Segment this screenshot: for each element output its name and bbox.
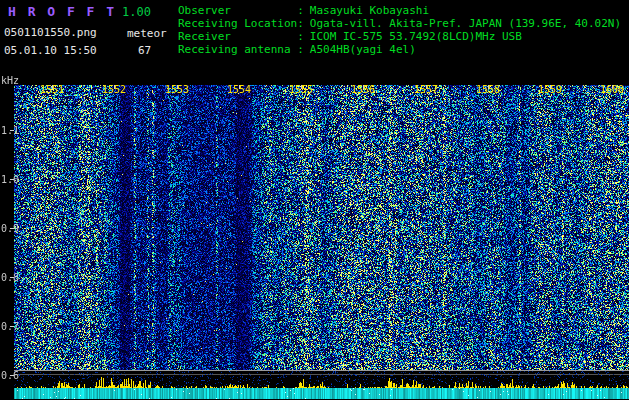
- y-axis-label: 1.0: [1, 174, 19, 185]
- time-label: 1559: [538, 84, 562, 95]
- y-axis-label: 0.7: [1, 321, 19, 332]
- y-axis-label: 0.6: [1, 370, 19, 381]
- info-value: A504HB(yagi 4el): [310, 43, 416, 56]
- info-label: Receiving antenna: [178, 43, 297, 56]
- info-row-location: Receiving Location:Ogata-vill. Akita-Pre…: [178, 17, 621, 30]
- info-row-observer: Observer:Masayuki Kobayashi: [178, 4, 621, 17]
- mode-label: meteor: [127, 27, 167, 40]
- info-label: Observer: [178, 4, 297, 17]
- info-value: Ogata-vill. Akita-Pref. JAPAN (139.96E, …: [310, 17, 621, 30]
- info-colon: :: [297, 43, 304, 56]
- meteor-count: 67: [138, 44, 151, 57]
- time-label: 1558: [476, 84, 500, 95]
- time-label: 1552: [102, 84, 126, 95]
- time-label: 1554: [227, 84, 251, 95]
- time-label: 1551: [40, 84, 64, 95]
- time-label: 1557: [414, 84, 438, 95]
- info-label: Receiving Location: [178, 17, 297, 30]
- info-colon: :: [297, 30, 304, 43]
- datetime-label: 05.01.10 15:50: [4, 44, 97, 57]
- spectrogram-canvas: [0, 75, 629, 400]
- y-axis-label: 0.8: [1, 272, 19, 283]
- app-version: 1.00: [122, 5, 151, 19]
- y-axis-label: 1.1: [1, 125, 19, 136]
- info-value: ICOM IC-575 53.7492(8LCD)MHz USB: [310, 30, 522, 43]
- info-value: Masayuki Kobayashi: [310, 4, 429, 17]
- info-row-antenna: Receiving antenna:A504HB(yagi 4el): [178, 43, 621, 56]
- time-label: 1555: [289, 84, 313, 95]
- app-title: H R O F F T: [8, 4, 116, 19]
- header: H R O F F T 1.00 0501101550.png meteor 0…: [0, 0, 629, 75]
- y-axis-unit: kHz: [1, 75, 19, 86]
- output-filename: 0501101550.png: [4, 26, 97, 39]
- info-label: Receiver: [178, 30, 297, 43]
- hrofft-window: H R O F F T 1.00 0501101550.png meteor 0…: [0, 0, 629, 400]
- time-label: 1600: [600, 84, 624, 95]
- station-info: Observer:Masayuki Kobayashi Receiving Lo…: [178, 4, 621, 56]
- info-colon: :: [297, 17, 304, 30]
- info-colon: :: [297, 4, 304, 17]
- time-label: 1556: [351, 84, 375, 95]
- time-label: 1553: [165, 84, 189, 95]
- y-axis-label: 0.9: [1, 223, 19, 234]
- info-row-receiver: Receiver:ICOM IC-575 53.7492(8LCD)MHz US…: [178, 30, 621, 43]
